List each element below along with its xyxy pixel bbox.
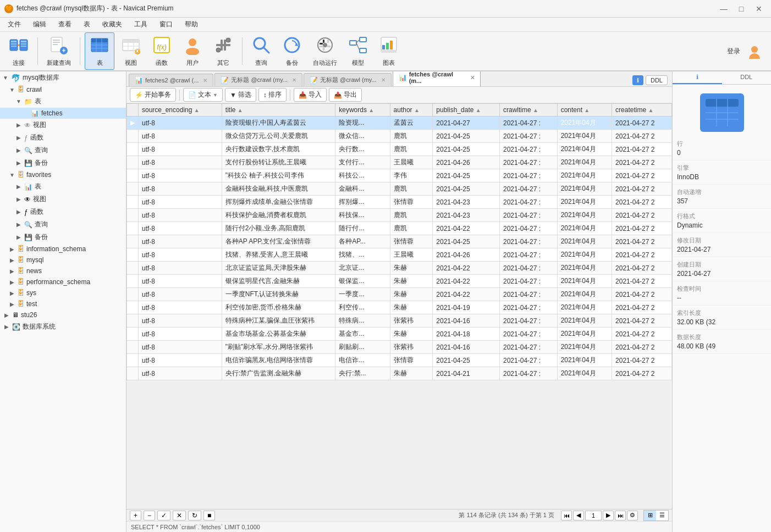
table-row[interactable]: utf-8"刷贴"刷水军,水分,网络张紫祎刷贴刷...张紫祎2021-04-16… xyxy=(127,341,672,354)
tab-untitled2[interactable]: 📝无标题 @crawl (my...✕ xyxy=(304,73,392,86)
cell-createtime[interactable]: 2021-04-27 2 xyxy=(612,235,672,248)
sidebar-db-information_schema[interactable]: ▶🗄information_schema xyxy=(0,243,126,254)
cell-title[interactable]: 基金市场基金,公募基金朱赫 xyxy=(222,328,335,341)
col-header-content[interactable]: content ▲ xyxy=(557,104,612,117)
stop-button[interactable]: ■ xyxy=(203,511,215,520)
cell-publish_date[interactable]: 2021-04-16 xyxy=(433,341,500,354)
cell-crawltime[interactable]: 2021-04-27 : xyxy=(500,288,558,301)
sidebar-category-table[interactable]: ▼📁表 xyxy=(0,95,126,108)
cell-keywords[interactable]: 基金市... xyxy=(335,328,390,341)
menu-item-编辑[interactable]: 编辑 xyxy=(27,19,52,30)
cell-source_encoding[interactable]: utf-8 xyxy=(139,169,222,182)
cell-createtime[interactable]: 2021-04-27 2 xyxy=(612,130,672,143)
sidebar-fav-表[interactable]: ▶📊表 xyxy=(0,180,126,193)
cell-source_encoding[interactable]: utf-8 xyxy=(139,275,222,288)
table-row[interactable]: utf-8北京证监证监局,天津股朱赫北京证...朱赫2021-04-222021… xyxy=(127,262,672,275)
cell-source_encoding[interactable]: utf-8 xyxy=(139,328,222,341)
sidebar-category-查询[interactable]: ▶🔍查询 xyxy=(0,144,126,157)
table-row[interactable]: utf-8特殊病种江某,骗保,血圧张紫祎特殊病...张紫祎2021-04-162… xyxy=(127,314,672,328)
cell-keywords[interactable]: 一季度... xyxy=(335,288,390,301)
cell-author[interactable]: 鹿凯 xyxy=(390,143,433,156)
cell-createtime[interactable]: 2021-04-27 2 xyxy=(612,182,672,196)
cell-createtime[interactable]: 2021-04-27 2 xyxy=(612,143,672,156)
toolbar-function[interactable]: f(x) 函数 xyxy=(147,33,176,69)
table-row[interactable]: utf-8找猪、养猪,受害人,意王晨曦找猪、...王晨曦2021-04-2620… xyxy=(127,248,672,262)
table-row[interactable]: ▶utf-8险资现银行,中国人寿孟茵云险资现...孟茵云2021-04-2720… xyxy=(127,117,672,130)
sort-button[interactable]: ↕ 排序 xyxy=(258,88,287,102)
nav-next-button[interactable]: ▶ xyxy=(603,511,614,520)
info-button[interactable]: ℹ xyxy=(632,75,643,85)
cell-source_encoding[interactable]: utf-8 xyxy=(139,196,222,209)
sidebar-fav-备份[interactable]: ▶💾备份 xyxy=(0,231,126,243)
text-button[interactable]: 📄 文本 ▼ xyxy=(183,88,223,102)
cell-content[interactable]: 2021年04月 xyxy=(557,301,612,314)
cell-crawltime[interactable]: 2021-04-27 : xyxy=(500,209,558,222)
cell-author[interactable]: 孟茵云 xyxy=(390,117,433,130)
cell-keywords[interactable]: 金融科... xyxy=(335,182,390,196)
nav-first-button[interactable]: ⏮ xyxy=(561,511,572,520)
cell-content[interactable]: 2021年04月 xyxy=(557,209,612,222)
col-header-author[interactable]: author ▲ xyxy=(390,104,433,117)
sidebar-db-performance_schema[interactable]: ▶🗄performance_schema xyxy=(0,276,126,287)
cell-createtime[interactable]: 2021-04-27 2 xyxy=(612,328,672,341)
sidebar-db-sys[interactable]: ▶🗄sys xyxy=(0,287,126,298)
cell-publish_date[interactable]: 2021-04-22 xyxy=(433,275,500,288)
cell-keywords[interactable]: 微众信... xyxy=(335,130,390,143)
cell-keywords[interactable]: 挥别爆... xyxy=(335,196,390,209)
sidebar-db-test[interactable]: ▶🗄test xyxy=(0,298,126,309)
table-row[interactable]: utf-8金融科技金融,科技,中医鹿凯金融科...鹿凯2021-04-25202… xyxy=(127,182,672,196)
sidebar-category-函数[interactable]: ▶ƒ函数 xyxy=(0,131,126,144)
cell-crawltime[interactable]: 2021-04-27 : xyxy=(500,143,558,156)
toolbar-user[interactable]: 用户 xyxy=(178,33,207,69)
sidebar-db-mysql[interactable]: ▶🗄mysql xyxy=(0,254,126,265)
cell-crawltime[interactable]: 2021-04-27 : xyxy=(500,222,558,235)
cell-createtime[interactable]: 2021-04-27 2 xyxy=(612,209,672,222)
tab-untitled1[interactable]: 📝无标题 @crawl (my...✕ xyxy=(214,73,302,86)
cell-source_encoding[interactable]: utf-8 xyxy=(139,301,222,314)
menu-item-窗口[interactable]: 窗口 xyxy=(154,19,178,30)
cell-title[interactable]: 科技保护金融,消费者权鹿凯 xyxy=(222,209,335,222)
cell-source_encoding[interactable]: utf-8 xyxy=(139,354,222,367)
cell-crawltime[interactable]: 2021-04-27 : xyxy=(500,169,558,182)
cell-crawltime[interactable]: 2021-04-27 : xyxy=(500,156,558,169)
maximize-button[interactable]: □ xyxy=(734,3,749,14)
refresh-button[interactable]: ↻ xyxy=(188,511,201,520)
cell-title[interactable]: 支付行股份转让系统,王晨曦 xyxy=(222,156,335,169)
cell-author[interactable]: 鹿凯 xyxy=(390,182,433,196)
ddl-tab[interactable]: DDL xyxy=(722,71,772,84)
cell-content[interactable]: 2021年04月 xyxy=(557,117,612,130)
cell-author[interactable]: 朱赫 xyxy=(390,288,433,301)
cell-keywords[interactable]: 电信诈... xyxy=(335,354,390,367)
sidebar-fav-视图[interactable]: ▶👁视图 xyxy=(0,193,126,206)
cell-source_encoding[interactable]: utf-8 xyxy=(139,143,222,156)
sidebar-item-crawl[interactable]: ▼🗄crawl xyxy=(0,84,126,95)
cell-publish_date[interactable]: 2021-04-25 xyxy=(433,169,500,182)
table-row[interactable]: utf-8利空传加密,货币,价格朱赫利空传...朱赫2021-04-192021… xyxy=(127,301,672,314)
import-button[interactable]: 📥 导入 xyxy=(294,88,327,102)
cell-source_encoding[interactable]: utf-8 xyxy=(139,314,222,328)
cell-source_encoding[interactable]: utf-8 xyxy=(139,248,222,262)
col-header-createtime[interactable]: createtime ▲ xyxy=(612,104,672,117)
cell-content[interactable]: 2021年04月 xyxy=(557,130,612,143)
cell-title[interactable]: 电信诈骗黑灰,电信网络张情蓉 xyxy=(222,354,335,367)
cell-createtime[interactable]: 2021-04-27 2 xyxy=(612,341,672,354)
nav-last-button[interactable]: ⏭ xyxy=(615,511,626,520)
menu-item-工具[interactable]: 工具 xyxy=(129,19,153,30)
tab-close-button[interactable]: ✕ xyxy=(203,77,207,84)
cell-crawltime[interactable]: 2021-04-27 : xyxy=(500,130,558,143)
cell-title[interactable]: "刷贴"刷水军,水分,网络张紫祎 xyxy=(222,341,335,354)
cell-keywords[interactable]: 找猪、... xyxy=(335,248,390,262)
cell-content[interactable]: 2021年04月 xyxy=(557,235,612,248)
cell-content[interactable]: 2021年04月 xyxy=(557,169,612,182)
cell-createtime[interactable]: 2021-04-27 2 xyxy=(612,367,672,380)
cell-keywords[interactable]: 特殊病... xyxy=(335,314,390,328)
tab-close-button[interactable]: ✕ xyxy=(470,75,475,81)
cell-createtime[interactable]: 2021-04-27 2 xyxy=(612,117,672,130)
table-row[interactable]: utf-8电信诈骗黑灰,电信网络张情蓉电信诈...张情蓉2021-04-2520… xyxy=(127,354,672,367)
cell-crawltime[interactable]: 2021-04-27 : xyxy=(500,314,558,328)
cell-crawltime[interactable]: 2021-04-27 : xyxy=(500,248,558,262)
cell-title[interactable]: 微众信贷万元,公司,关爱鹿凯 xyxy=(222,130,335,143)
table-row[interactable]: utf-8挥别爆炸成绩单,金融公张情蓉挥别爆...张情蓉2021-04-2320… xyxy=(127,196,672,209)
toolbar-autorun[interactable]: 自动运行 xyxy=(309,33,342,69)
cell-source_encoding[interactable]: utf-8 xyxy=(139,117,222,130)
